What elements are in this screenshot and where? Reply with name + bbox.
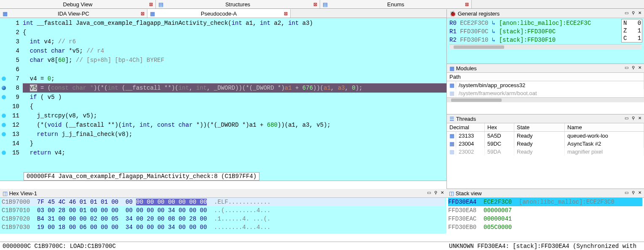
col-state[interactable]: State — [514, 123, 565, 131]
pin-icon[interactable]: ⚲ — [631, 190, 636, 195]
registers-body[interactable]: R0 ECE2F3C0 ↳ [anon:libc_malloc]:ECE2F3C… — [447, 18, 644, 64]
modules-title[interactable]: ▦ Modules ▭⚲✕ — [447, 64, 644, 73]
bug-icon: 🐞 — [449, 11, 456, 17]
col-path[interactable]: Path — [447, 73, 644, 81]
restore-icon[interactable]: ▭ — [624, 115, 629, 120]
hex-icon: ◫ — [3, 190, 8, 197]
thread-icon: ▦ — [449, 141, 454, 147]
pin-icon[interactable]: ⚲ — [631, 65, 636, 70]
tab-structures[interactable]: ▤ Structures ⊠ — [156, 0, 320, 8]
col-hex[interactable]: Hex — [485, 123, 514, 131]
threads-body[interactable]: Decimal Hex State Name ▦231335A5DReadyqu… — [447, 123, 644, 156]
stack-status: UNKNOWN FFD30EA4: [stack]:FFD30EA4 (Sync… — [446, 242, 644, 250]
breakpoint-icon[interactable] — [2, 123, 6, 127]
table-row[interactable]: ▦231335A5DReadyqueued-work-loo — [447, 132, 644, 140]
table-row[interactable]: ▦2300459DCReadyAsyncTask #2 — [447, 140, 644, 148]
restore-icon[interactable]: ▭ — [624, 65, 629, 70]
thread-icon: ☰ — [449, 116, 454, 122]
close-icon[interactable]: ✕ — [637, 65, 642, 70]
close-icon[interactable]: ⊠ — [313, 2, 317, 7]
close-icon[interactable]: ✕ — [440, 190, 445, 195]
hex-title[interactable]: ◫ Hex View-1 ▭⚲✕ — [0, 189, 446, 198]
tab-pseudocode[interactable]: ▦ Pseudocode-A ⊠ — [147, 9, 291, 18]
doc-icon: ▦ — [150, 11, 155, 17]
breakpoint-icon[interactable] — [2, 77, 6, 81]
hex-body[interactable]: C1B97000 7F 45 4C 46 01 01 01 00 00 00 0… — [0, 198, 446, 234]
col-decimal[interactable]: Decimal — [447, 123, 485, 131]
stack-icon: ◫ — [449, 190, 454, 197]
restore-icon[interactable]: ▭ — [426, 190, 431, 195]
table-row[interactable]: ▦/system/framework/arm/boot.oat — [447, 89, 644, 97]
scrollbar[interactable] — [449, 44, 641, 49]
doc-icon: ▦ — [3, 11, 8, 17]
top-tabbar: Debug View ⊠ ▤ Structures ⊠ ▤ Enums ⊠ — [0, 0, 644, 9]
pseudocode-view[interactable]: 123456 7 8 9 10 11 12 13 14 15 int __fas… — [0, 19, 446, 181]
breakpoint-icon[interactable] — [2, 132, 6, 136]
close-icon[interactable]: ✕ — [637, 10, 642, 15]
registers-title[interactable]: 🐞 General registers ▭⚲✕ — [447, 9, 644, 18]
module-icon: ▦ — [449, 90, 454, 96]
close-icon[interactable]: ✕ — [637, 115, 642, 120]
scrollbar[interactable] — [447, 97, 644, 102]
col-name[interactable]: Name — [565, 123, 644, 131]
tab-label: Pseudocode-A — [201, 11, 237, 17]
list-icon: ▤ — [323, 1, 328, 8]
breakpoint-icon[interactable] — [2, 95, 6, 99]
stack-title[interactable]: ◫ Stack view ▭⚲✕ — [446, 189, 644, 198]
breakpoint-icon[interactable] — [2, 151, 6, 155]
close-icon[interactable]: ⊠ — [141, 11, 144, 16]
spacer — [0, 181, 446, 189]
tab-label: Enums — [387, 1, 404, 8]
thread-icon: ▦ — [449, 133, 454, 139]
pin-icon[interactable]: ⚲ — [433, 190, 438, 195]
code-status: 00000FF4 Java_com_example_flagapp_MainAc… — [24, 172, 259, 181]
module-icon: ▦ — [449, 65, 454, 72]
breakpoint-icon[interactable] — [2, 114, 6, 118]
current-line-icon[interactable] — [2, 86, 6, 90]
source-area[interactable]: int __fastcall Java_com_example_flagapp_… — [23, 19, 446, 157]
list-icon: ▤ — [158, 1, 163, 8]
table-row[interactable]: ▦2300259DAReadymagnifier pixel — [447, 148, 644, 156]
tab-label: IDA View-PC — [58, 11, 89, 17]
tab-debug-view[interactable]: Debug View ⊠ — [0, 0, 156, 8]
gutter: 123456 7 8 9 10 11 12 13 14 15 — [0, 19, 23, 157]
pin-icon[interactable]: ⚲ — [631, 115, 636, 120]
pin-icon[interactable]: ⚲ — [631, 10, 636, 15]
hex-status: 0000000C C1B9700C: LOAD:C1B9700C — [0, 242, 446, 250]
tab-enums[interactable]: ▤ Enums ⊠ — [320, 0, 472, 8]
restore-icon[interactable]: ▭ — [624, 190, 629, 195]
code-tabbar: ▦ IDA View-PC ⊠ ▦ Pseudocode-A ⊠ — [0, 9, 446, 18]
threads-title[interactable]: ☰ Threads ▭⚲✕ — [447, 114, 644, 123]
restore-icon[interactable]: ▭ — [624, 10, 629, 15]
modules-body[interactable]: Path ▦/system/bin/app_process32 ▦/system… — [447, 73, 644, 102]
tab-ida-view[interactable]: ▦ IDA View-PC ⊠ — [0, 9, 147, 18]
close-icon[interactable]: ⊠ — [465, 2, 469, 7]
module-icon: ▦ — [449, 82, 454, 88]
tab-label: Structures — [225, 1, 250, 8]
close-icon[interactable]: ⊠ — [284, 11, 288, 16]
flags: N 0 Z 1 C 1 — [621, 19, 642, 43]
stack-body[interactable]: FFD30EA4 ECE2F3C0 [anon:libc_malloc]:ECE… — [446, 198, 644, 234]
thread-icon: ▦ — [449, 149, 454, 155]
close-icon[interactable]: ⊠ — [149, 2, 153, 7]
tab-label: Debug View — [63, 1, 93, 8]
table-row[interactable]: ▦/system/bin/app_process32 — [447, 81, 644, 89]
close-icon[interactable]: ✕ — [637, 190, 642, 195]
